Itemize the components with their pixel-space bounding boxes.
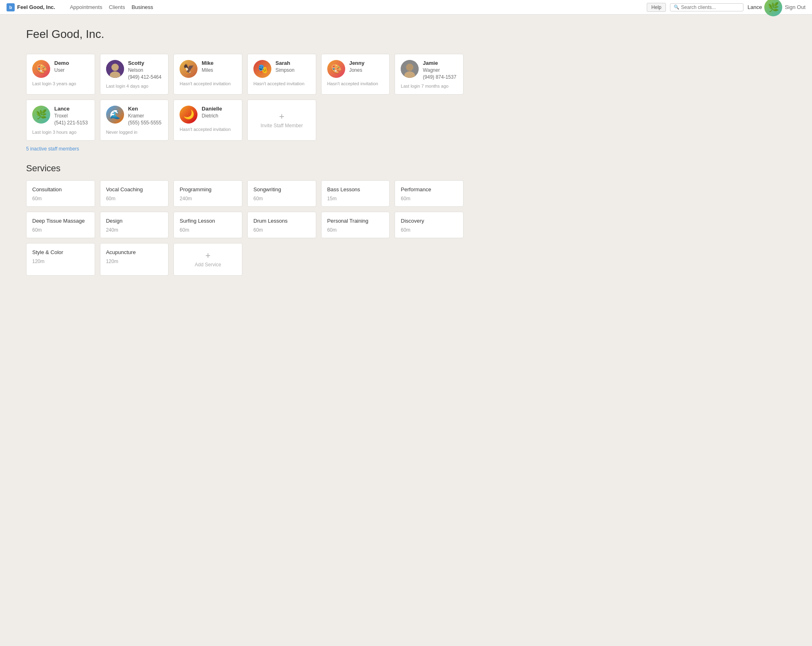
service-name-drum-lessons: Drum Lessons — [253, 218, 310, 224]
service-name-performance: Performance — [401, 186, 457, 192]
staff-phone-lance: (541) 221-5153 — [54, 119, 89, 126]
staff-status-sarah: Hasn't accepted invitation — [253, 81, 310, 86]
staff-status-jamie: Last login 7 months ago — [401, 84, 457, 88]
staff-firstname-danielle: Danielle — [202, 106, 236, 113]
service-name-programming: Programming — [180, 186, 236, 192]
service-name-vocal-coaching: Vocal Coaching — [106, 186, 163, 192]
service-name-design: Design — [106, 218, 163, 224]
service-duration-design: 240m — [106, 227, 163, 233]
service-duration-acupuncture: 120m — [106, 259, 163, 264]
invite-label: Invite Staff Member — [260, 123, 303, 128]
staff-card-jenny[interactable]: 🎨 Jenny Jones Hasn't accepted invitation — [321, 54, 390, 95]
service-duration-surfing: 60m — [180, 227, 236, 233]
staff-card-danielle[interactable]: 🌙 Danielle Dietrich Hasn't accepted invi… — [173, 100, 242, 140]
nav-avatar: 🌿 — [764, 0, 782, 16]
staff-status-scotty: Last login 4 days ago — [106, 84, 163, 88]
staff-lastname-lance: Troxel — [54, 113, 89, 119]
service-name-acupuncture: Acupuncture — [106, 249, 163, 255]
svg-point-6 — [406, 64, 413, 71]
service-card-design[interactable]: Design 240m — [100, 212, 169, 238]
staff-card-sarah[interactable]: 🎭 Sarah Simpson Hasn't accepted invitati… — [247, 54, 316, 95]
service-card-personal-training[interactable]: Personal Training 60m — [321, 212, 390, 238]
staff-firstname-scotty: Scotty — [128, 60, 163, 67]
add-service-card[interactable]: + Add Service — [173, 243, 242, 276]
service-card-performance[interactable]: Performance 60m — [395, 180, 464, 207]
avatar-danielle: 🌙 — [180, 106, 197, 124]
staff-firstname-demo: Demo — [54, 60, 89, 67]
service-duration-performance: 60m — [401, 196, 457, 201]
staff-phone-ken: (555) 555-5555 — [128, 119, 163, 126]
service-duration-programming: 240m — [180, 196, 236, 201]
staff-card-lance[interactable]: 🌿 Lance Troxel (541) 221-5153 Last login… — [26, 100, 95, 140]
staff-phone-jamie: (949) 874-1537 — [423, 74, 457, 81]
service-name-personal-training: Personal Training — [327, 218, 384, 224]
staff-lastname-scotty: Nelson — [128, 67, 163, 74]
add-service-label: Add Service — [195, 262, 221, 268]
staff-firstname-jamie: Jamie — [423, 60, 457, 67]
service-duration-bass-lessons: 15m — [327, 196, 384, 201]
avatar-scotty — [106, 60, 124, 78]
service-card-programming[interactable]: Programming 240m — [173, 180, 242, 207]
nav-brand: Feel Good, Inc. — [17, 4, 55, 10]
avatar-jamie — [401, 60, 419, 78]
help-button[interactable]: Help — [647, 3, 666, 12]
staff-firstname-sarah: Sarah — [275, 60, 310, 67]
service-card-acupuncture[interactable]: Acupuncture 120m — [100, 243, 169, 276]
staff-lastname-jamie: Wagner — [423, 67, 457, 74]
nav-username: Lance — [748, 4, 762, 10]
logo-icon: b — [7, 3, 15, 11]
service-card-surfing[interactable]: Surfing Lesson 60m — [173, 212, 242, 238]
staff-status-danielle: Hasn't accepted invitation — [180, 127, 236, 132]
nav-link-business[interactable]: Business — [131, 4, 153, 10]
avatar-demo: 🎨 — [32, 60, 50, 78]
nav-link-clients[interactable]: Clients — [109, 4, 125, 10]
service-duration-style-color: 120m — [32, 259, 89, 264]
staff-status-jenny: Hasn't accepted invitation — [327, 81, 384, 86]
nav-logo[interactable]: b Feel Good, Inc. — [7, 3, 63, 11]
nav-right: Help 🔍 Lance 🌿 Sign Out — [647, 0, 805, 16]
service-name-deep-tissue: Deep Tissue Massage — [32, 218, 89, 224]
staff-status-demo: Last login 3 years ago — [32, 81, 89, 86]
search-icon: 🔍 — [674, 4, 679, 10]
avatar-sarah: 🎭 — [253, 60, 271, 78]
service-card-deep-tissue[interactable]: Deep Tissue Massage 60m — [26, 212, 95, 238]
svg-point-1 — [111, 64, 119, 71]
staff-card-scotty[interactable]: Scotty Nelson (949) 412-5464 Last login … — [100, 54, 169, 95]
staff-lastname-demo: User — [54, 67, 89, 74]
inactive-staff-link[interactable]: 5 inactive staff members — [26, 146, 79, 152]
service-duration-deep-tissue: 60m — [32, 227, 89, 233]
search-box: 🔍 — [670, 3, 743, 11]
service-name-consultation: Consultation — [32, 186, 89, 192]
staff-card-mike[interactable]: 🦅 Mike Miles Hasn't accepted invitation — [173, 54, 242, 95]
staff-card-jamie[interactable]: Jamie Wagner (949) 874-1537 Last login 7… — [395, 54, 464, 95]
staff-firstname-mike: Mike — [202, 60, 236, 67]
staff-grid: 🎨 Demo User Last login 3 years ago — [26, 54, 464, 141]
signout-link[interactable]: Sign Out — [785, 4, 805, 10]
add-service-plus-icon: + — [205, 251, 211, 260]
staff-lastname-danielle: Dietrich — [202, 113, 236, 119]
staff-lastname-mike: Miles — [202, 67, 236, 74]
service-card-vocal-coaching[interactable]: Vocal Coaching 60m — [100, 180, 169, 207]
nav-link-appointments[interactable]: Appointments — [70, 4, 102, 10]
service-duration-personal-training: 60m — [327, 227, 384, 233]
services-title: Services — [26, 163, 464, 174]
nav-user: Lance 🌿 Sign Out — [748, 0, 805, 16]
service-name-style-color: Style & Color — [32, 249, 89, 255]
navbar: b Feel Good, Inc. Appointments Clients B… — [0, 0, 812, 15]
staff-lastname-ken: Kramer — [128, 113, 163, 119]
service-card-bass-lessons[interactable]: Bass Lessons 15m — [321, 180, 390, 207]
service-card-consultation[interactable]: Consultation 60m — [26, 180, 95, 207]
staff-card-demo[interactable]: 🎨 Demo User Last login 3 years ago — [26, 54, 95, 95]
service-card-songwriting[interactable]: Songwriting 60m — [247, 180, 316, 207]
service-card-drum-lessons[interactable]: Drum Lessons 60m — [247, 212, 316, 238]
services-grid: Consultation 60m Vocal Coaching 60m Prog… — [26, 180, 464, 276]
nav-links: Appointments Clients Business — [70, 4, 153, 10]
invite-staff-card[interactable]: + Invite Staff Member — [247, 100, 316, 140]
staff-card-ken[interactable]: 🌊 Ken Kramer (555) 555-5555 Never logged… — [100, 100, 169, 140]
search-input[interactable] — [681, 4, 740, 10]
service-card-style-color[interactable]: Style & Color 120m — [26, 243, 95, 276]
service-duration-consultation: 60m — [32, 196, 89, 201]
service-name-bass-lessons: Bass Lessons — [327, 186, 384, 192]
service-card-discovery[interactable]: Discovery 60m — [395, 212, 464, 238]
staff-phone-scotty: (949) 412-5464 — [128, 74, 163, 81]
